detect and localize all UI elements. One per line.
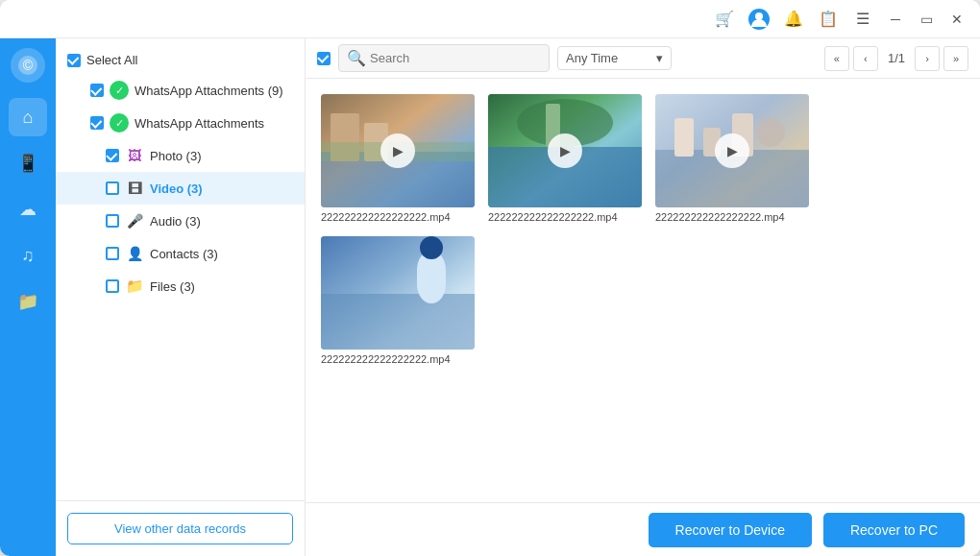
contacts-icon: 👤: [125, 244, 144, 263]
files-label: Files (3): [150, 279, 195, 294]
video-icon: 🎞: [125, 179, 144, 198]
contacts-item[interactable]: 👤 Contacts (3): [56, 237, 305, 270]
whatsapp-top-item[interactable]: ✓ WhatsApp Attachments (9): [56, 74, 305, 107]
search-box[interactable]: 🔍: [338, 44, 550, 72]
photo-icon: 🖼: [125, 146, 144, 165]
last-page-button[interactable]: »: [943, 46, 968, 71]
file-tree-content: Select All ✓ WhatsApp Attachments (9) ✓ …: [56, 38, 305, 500]
prev-page-button[interactable]: ‹: [853, 46, 878, 71]
whatsapp-sub-item[interactable]: ✓ WhatsApp Attachments: [56, 107, 305, 139]
select-all-checkbox[interactable]: [67, 54, 81, 67]
video-thumb-4: [321, 236, 475, 350]
titlebar: 🛒 🔔 📋 ☰ ─ ▭ ✕: [0, 0, 980, 38]
pagination: « ‹ 1/1 › »: [824, 46, 968, 71]
chevron-down-icon: ▾: [656, 51, 663, 65]
video-item-2[interactable]: ▶ 222222222222222222.mp4: [488, 94, 642, 223]
store-icon[interactable]: 🛒: [711, 6, 738, 33]
whatsapp-sub-label: WhatsApp Attachments: [135, 116, 264, 131]
app-logo: ©: [11, 48, 45, 83]
titlebar-icons: 🛒 🔔 📋 ☰ ─ ▭ ✕: [711, 6, 968, 33]
recover-to-pc-button[interactable]: Recover to PC: [823, 513, 965, 547]
photo-checkbox[interactable]: [106, 149, 119, 162]
whatsapp-top-label: WhatsApp Attachments (9): [135, 84, 283, 98]
files-item[interactable]: 📁 Files (3): [56, 270, 305, 302]
clipboard-icon[interactable]: 📋: [815, 6, 842, 33]
play-button-1[interactable]: ▶: [380, 133, 415, 168]
recover-to-device-button[interactable]: Recover to Device: [649, 513, 812, 547]
video-name-4: 222222222222222222.mp4: [321, 353, 451, 365]
user-icon[interactable]: [746, 6, 772, 33]
nav-home[interactable]: ⌂: [9, 98, 47, 136]
svg-rect-20: [321, 294, 475, 350]
svg-point-18: [756, 118, 785, 147]
whatsapp-sub-icon: ✓: [110, 113, 129, 133]
page-info: 1/1: [882, 51, 911, 65]
video-name-3: 222222222222222222.mp4: [655, 211, 785, 223]
video-grid-area: ▶ 222222222222222222.mp4: [306, 79, 980, 502]
photo-item[interactable]: 🖼 Photo (3): [56, 139, 305, 172]
time-filter-select[interactable]: Any Time ▾: [557, 46, 672, 70]
time-filter-label: Any Time: [566, 51, 618, 65]
nav-folder[interactable]: 📁: [9, 282, 47, 321]
photo-label: Photo (3): [150, 149, 201, 163]
nav-cloud[interactable]: ☁: [9, 190, 47, 229]
file-tree-panel: Select All ✓ WhatsApp Attachments (9) ✓ …: [56, 38, 306, 556]
video-item[interactable]: 🎞 Video (3): [56, 172, 305, 205]
audio-label: Audio (3): [150, 214, 201, 229]
play-button-3[interactable]: ▶: [715, 133, 749, 168]
video-name-1: 222222222222222222.mp4: [321, 211, 451, 223]
main-window: 🛒 🔔 📋 ☰ ─ ▭ ✕ © ⌂ 📱 ☁ ♫ 📁: [0, 0, 980, 556]
whatsapp-top-checkbox[interactable]: [90, 84, 104, 97]
maximize-button[interactable]: ▭: [915, 8, 938, 31]
contacts-checkbox[interactable]: [106, 247, 119, 260]
audio-icon: 🎤: [125, 211, 144, 230]
sidebar-nav: © ⌂ 📱 ☁ ♫ 📁: [0, 38, 56, 556]
search-input[interactable]: [370, 51, 541, 65]
file-tree-footer: View other data records: [56, 500, 305, 556]
video-thumb-1: ▶: [321, 94, 475, 207]
main-content: © ⌂ 📱 ☁ ♫ 📁 Select All ✓ WhatsApp Attac: [0, 38, 980, 556]
select-all-item[interactable]: Select All: [56, 46, 305, 74]
toolbar-select-all-checkbox[interactable]: [317, 52, 331, 65]
audio-item[interactable]: 🎤 Audio (3): [56, 205, 305, 237]
whatsapp-icon: ✓: [110, 81, 129, 100]
search-icon: 🔍: [347, 49, 366, 67]
video-grid: ▶ 222222222222222222.mp4: [321, 94, 965, 365]
svg-point-1: [755, 12, 763, 20]
nav-music[interactable]: ♫: [9, 236, 47, 275]
first-page-button[interactable]: «: [824, 46, 849, 71]
files-icon: 📁: [125, 277, 144, 296]
video-name-2: 222222222222222222.mp4: [488, 211, 618, 223]
nav-phone[interactable]: 📱: [9, 144, 47, 182]
next-page-button[interactable]: ›: [915, 46, 940, 71]
video-item-3[interactable]: ▶ 222222222222222222.mp4: [655, 94, 809, 223]
toolbar: 🔍 Any Time ▾ « ‹ 1/1 › »: [306, 38, 980, 79]
files-checkbox[interactable]: [106, 279, 119, 293]
select-all-label: Select All: [86, 53, 137, 67]
menu-icon[interactable]: ☰: [849, 6, 876, 33]
video-thumb-3: ▶: [655, 94, 809, 207]
video-thumb-2: ▶: [488, 94, 642, 207]
video-checkbox[interactable]: [106, 181, 119, 195]
bottom-bar: Recover to Device Recover to PC: [306, 502, 980, 556]
video-label: Video (3): [150, 181, 203, 196]
whatsapp-sub-checkbox[interactable]: [90, 116, 104, 130]
bell-icon[interactable]: 🔔: [780, 6, 807, 33]
svg-rect-15: [674, 118, 694, 157]
svg-point-23: [420, 236, 443, 259]
audio-checkbox[interactable]: [106, 214, 119, 228]
contacts-label: Contacts (3): [150, 247, 218, 261]
main-panel: 🔍 Any Time ▾ « ‹ 1/1 › »: [306, 38, 980, 556]
video-item-4[interactable]: 222222222222222222.mp4: [321, 236, 475, 365]
svg-text:©: ©: [23, 58, 34, 73]
view-other-records-button[interactable]: View other data records: [67, 513, 293, 544]
close-button[interactable]: ✕: [945, 8, 968, 31]
play-button-2[interactable]: ▶: [548, 133, 582, 168]
video-item-1[interactable]: ▶ 222222222222222222.mp4: [321, 94, 475, 223]
minimize-button[interactable]: ─: [884, 8, 907, 31]
